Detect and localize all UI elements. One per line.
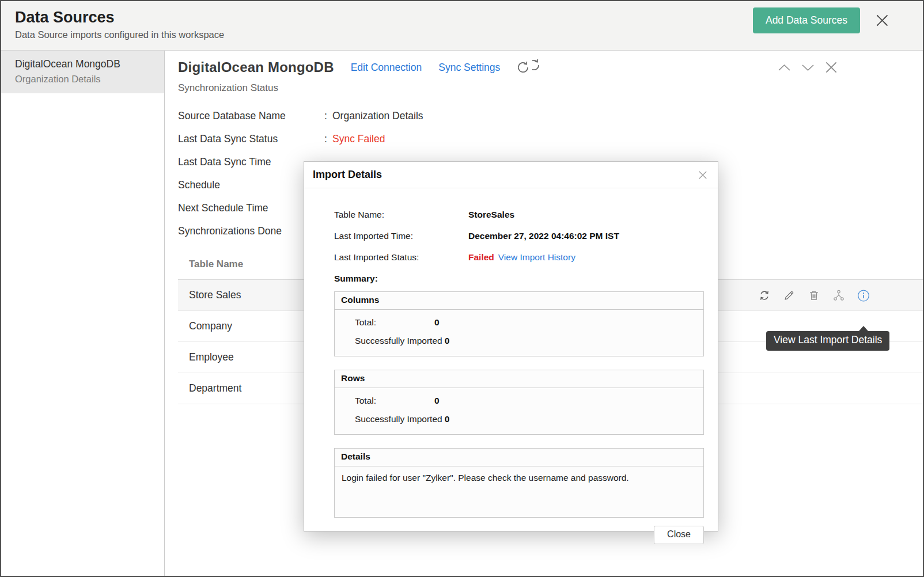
total-label: Total:	[355, 396, 432, 406]
panel-controls	[777, 60, 839, 75]
relationships-icon[interactable]	[832, 289, 845, 302]
rows-summary-box: Rows Total: 0 Successfully Imported 0	[334, 370, 704, 435]
field-source-database-name: Source Database Name : Organization Deta…	[178, 110, 923, 120]
table-row-label: Employee	[189, 351, 234, 363]
modal-field-last-imported-status: Last Imported Status: Failed View Import…	[334, 252, 704, 262]
sidebar: DigitalOcean MongoDB Organization Detail…	[1, 51, 165, 576]
page-header: Data Sources Data Source imports configu…	[1, 1, 923, 51]
modal-field-value: December 27, 2022 04:46:02 PM IST	[468, 231, 619, 241]
modal-header: Import Details	[304, 162, 718, 188]
columns-box-body: Total: 0 Successfully Imported 0	[335, 310, 703, 356]
table-row-label: Department	[189, 382, 241, 394]
sync-now-icon[interactable]	[515, 59, 531, 75]
modal-field-label: Last Imported Time:	[334, 231, 468, 241]
total-value: 0	[434, 317, 440, 328]
info-icon[interactable]	[857, 289, 870, 302]
total-label: Total:	[355, 317, 432, 328]
datasource-title: DigitalOcean MongoDB	[178, 59, 334, 75]
field-colon: :	[324, 110, 332, 120]
sync-status-section-title: Synchronization Status	[178, 82, 923, 94]
row-actions	[758, 289, 870, 302]
columns-total-row: Total: 0	[355, 317, 703, 328]
table-row-label: Company	[189, 320, 232, 332]
imported-value: 0	[445, 336, 450, 346]
delete-icon[interactable]	[808, 289, 820, 302]
modal-field-table-name: Table Name: StoreSales	[334, 210, 704, 219]
imported-label: Successfully Imported	[355, 336, 442, 346]
sidebar-item-title: DigitalOcean MongoDB	[15, 58, 158, 70]
edit-icon[interactable]	[783, 289, 796, 302]
field-label: Last Data Sync Status	[178, 133, 324, 143]
modal-title: Import Details	[313, 169, 382, 181]
modal-close-icon[interactable]	[697, 169, 709, 181]
close-icon[interactable]	[874, 13, 890, 28]
tooltip-view-last-import-details: View Last Import Details	[766, 331, 889, 351]
columns-imported-row: Successfully Imported 0	[355, 336, 703, 346]
details-box: Details Login failed for user "Zylker". …	[334, 448, 704, 518]
modal-field-last-imported-time: Last Imported Time: December 27, 2022 04…	[334, 231, 704, 241]
field-value: Organization Details	[332, 110, 423, 120]
modal-field-label: Last Imported Status:	[334, 252, 468, 263]
field-label: Schedule	[178, 179, 324, 189]
datasource-heading-row: DigitalOcean MongoDB Edit Connection Syn…	[178, 59, 923, 75]
chevron-down-icon[interactable]	[800, 62, 816, 73]
field-value-sync-failed: Sync Failed	[332, 133, 385, 143]
field-label: Synchronizations Done	[178, 225, 324, 236]
columns-summary-box: Columns Total: 0 Successfully Imported 0	[334, 291, 704, 356]
rows-box-body: Total: 0 Successfully Imported 0	[335, 388, 703, 434]
tooltip-arrow	[858, 326, 869, 332]
sync-icon-group	[515, 59, 542, 75]
add-data-sources-button[interactable]: Add Data Sources	[753, 7, 860, 33]
data-sources-page: Data Sources Data Source imports configu…	[0, 0, 924, 577]
view-import-history-link[interactable]: View Import History	[498, 252, 575, 263]
modal-field-label: Table Name:	[334, 210, 468, 220]
field-label: Next Schedule Time	[178, 202, 324, 212]
field-colon: :	[324, 133, 332, 143]
resync-icon[interactable]	[532, 57, 542, 73]
imported-label: Successfully Imported	[355, 414, 442, 424]
details-box-title: Details	[335, 449, 703, 466]
sidebar-item-digitalocean-mongodb[interactable]: DigitalOcean MongoDB Organization Detail…	[1, 51, 164, 93]
panel-close-icon[interactable]	[824, 60, 839, 75]
field-label: Last Data Sync Time	[178, 156, 324, 166]
imported-value: 0	[445, 414, 450, 424]
chevron-up-icon[interactable]	[777, 62, 792, 73]
modal-body: Table Name: StoreSales Last Imported Tim…	[304, 188, 718, 544]
refresh-icon[interactable]	[758, 289, 771, 302]
tooltip-text: View Last Import Details	[774, 334, 882, 346]
modal-footer: Close	[334, 526, 704, 544]
total-value: 0	[434, 396, 440, 406]
modal-close-button[interactable]: Close	[654, 526, 704, 544]
table-row-label: Store Sales	[189, 289, 241, 301]
import-details-modal: Import Details Table Name: StoreSales La…	[304, 161, 718, 532]
field-last-data-sync-status: Last Data Sync Status : Sync Failed	[178, 133, 923, 143]
sync-settings-link[interactable]: Sync Settings	[438, 62, 500, 74]
field-label: Source Database Name	[178, 110, 324, 120]
status-failed-value: Failed	[468, 252, 494, 263]
summary-label: Summary:	[334, 274, 704, 284]
rows-imported-row: Successfully Imported 0	[355, 414, 703, 424]
modal-field-value: StoreSales	[468, 210, 514, 220]
edit-connection-link[interactable]: Edit Connection	[351, 62, 422, 74]
details-message: Login failed for user "Zylker". Please c…	[335, 466, 703, 517]
sidebar-item-subtitle: Organization Details	[15, 74, 158, 85]
rows-total-row: Total: 0	[355, 396, 703, 406]
columns-box-title: Columns	[335, 292, 703, 310]
rows-box-title: Rows	[335, 370, 703, 388]
